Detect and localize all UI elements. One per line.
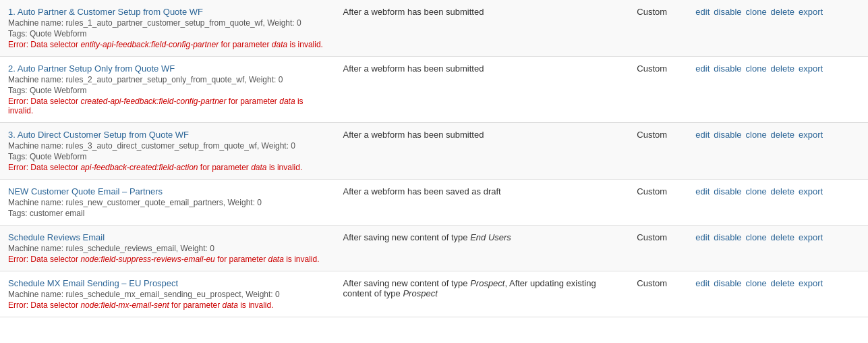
table-row: 3. Auto Direct Customer Setup from Quote… [0,123,868,180]
event-cell: After a webform has been submitted [335,57,629,123]
delete-action-link[interactable]: delete [771,278,794,288]
export-action-link[interactable]: export [799,130,823,140]
export-action-link[interactable]: export [799,186,823,196]
name-cell: 3. Auto Direct Customer Setup from Quote… [0,123,335,180]
edit-action-link[interactable]: edit [695,278,710,288]
table-row: 2. Auto Partner Setup Only from Quote WF… [0,57,868,123]
clone-action-link[interactable]: clone [746,232,767,242]
disable-action-link[interactable]: disable [714,63,741,74]
disable-action-link[interactable]: disable [714,232,741,242]
delete-action-link[interactable]: delete [771,7,794,17]
event-cell: After a webform has been submitted [335,123,629,180]
rule-name-link[interactable]: 3. Auto Direct Customer Setup from Quote… [8,130,189,140]
rule-name-link[interactable]: NEW Customer Quote Email – Partners [8,186,163,196]
rule-machine-name: Machine name: rules_2_auto_partner_setup… [8,75,327,84]
rule-error: Error: Data selector node:field-mx-email… [8,300,327,310]
edit-action-link[interactable]: edit [695,7,710,17]
export-action-link[interactable]: export [799,278,823,288]
actions-cell: editdisableclonedeleteexport [683,0,868,57]
event-cell: After saving new content of type End Use… [335,226,629,271]
disable-action-link[interactable]: disable [714,186,741,196]
disable-action-link[interactable]: disable [714,278,741,288]
actions-cell: editdisableclonedeleteexport [683,226,868,271]
event-cell: After saving new content of type Prospec… [335,271,629,317]
event-cell: After a webform has been saved as draft [335,180,629,226]
name-cell: 1. Auto Partner & Customer Setup from Qu… [0,0,335,57]
clone-action-link[interactable]: clone [746,278,767,288]
type-cell: Custom [629,0,683,57]
rule-machine-name: Machine name: rules_new_customer_quote_e… [8,198,327,207]
export-action-link[interactable]: export [799,7,823,17]
actions-cell: editdisableclonedeleteexport [683,180,868,226]
clone-action-link[interactable]: clone [746,186,767,196]
type-cell: Custom [629,123,683,180]
disable-action-link[interactable]: disable [714,130,741,140]
table-row: Schedule MX Email Sending – EU ProspectM… [0,271,868,317]
rule-tags: Tags: customer email [8,209,327,218]
delete-action-link[interactable]: delete [771,130,794,140]
table-row: 1. Auto Partner & Customer Setup from Qu… [0,0,868,57]
actions-cell: editdisableclonedeleteexport [683,57,868,123]
edit-action-link[interactable]: edit [695,232,710,242]
rule-tags: Tags: Quote Webform [8,86,327,95]
delete-action-link[interactable]: delete [771,186,794,196]
delete-action-link[interactable]: delete [771,232,794,242]
delete-action-link[interactable]: delete [771,63,794,74]
rule-name-link[interactable]: 1. Auto Partner & Customer Setup from Qu… [8,7,203,17]
clone-action-link[interactable]: clone [746,63,767,74]
type-cell: Custom [629,180,683,226]
table-row: NEW Customer Quote Email – PartnersMachi… [0,180,868,226]
rule-machine-name: Machine name: rules_3_auto_direct_custom… [8,141,327,151]
event-cell: After a webform has been submitted [335,0,629,57]
edit-action-link[interactable]: edit [695,130,710,140]
type-cell: Custom [629,57,683,123]
rule-error: Error: Data selector created-api-feedbac… [8,97,327,115]
rule-error: Error: Data selector api-feedback-create… [8,163,327,172]
name-cell: NEW Customer Quote Email – PartnersMachi… [0,180,335,226]
name-cell: 2. Auto Partner Setup Only from Quote WF… [0,57,335,123]
disable-action-link[interactable]: disable [714,7,741,17]
export-action-link[interactable]: export [799,232,823,242]
rule-name-link[interactable]: 2. Auto Partner Setup Only from Quote WF [8,63,175,74]
rules-table: 1. Auto Partner & Customer Setup from Qu… [0,0,868,317]
rule-name-link[interactable]: Schedule MX Email Sending – EU Prospect [8,278,178,288]
actions-cell: editdisableclonedeleteexport [683,123,868,180]
type-cell: Custom [629,226,683,271]
export-action-link[interactable]: export [799,63,823,74]
rule-machine-name: Machine name: rules_1_auto_partner_custo… [8,18,327,28]
clone-action-link[interactable]: clone [746,130,767,140]
edit-action-link[interactable]: edit [695,186,710,196]
rule-tags: Tags: Quote Webform [8,29,327,38]
rule-name-link[interactable]: Schedule Reviews Email [8,232,105,242]
rule-error: Error: Data selector entity-api-feedback… [8,40,327,49]
type-cell: Custom [629,271,683,317]
rule-error: Error: Data selector node:field-suppress… [8,255,327,264]
name-cell: Schedule Reviews EmailMachine name: rule… [0,226,335,271]
rule-machine-name: Machine name: rules_schedule_mx_email_se… [8,290,327,299]
table-row: Schedule Reviews EmailMachine name: rule… [0,226,868,271]
name-cell: Schedule MX Email Sending – EU ProspectM… [0,271,335,317]
clone-action-link[interactable]: clone [746,7,767,17]
actions-cell: editdisableclonedeleteexport [683,271,868,317]
edit-action-link[interactable]: edit [695,63,710,74]
rule-tags: Tags: Quote Webform [8,152,327,161]
rule-machine-name: Machine name: rules_schedule_reviews_ema… [8,244,327,253]
